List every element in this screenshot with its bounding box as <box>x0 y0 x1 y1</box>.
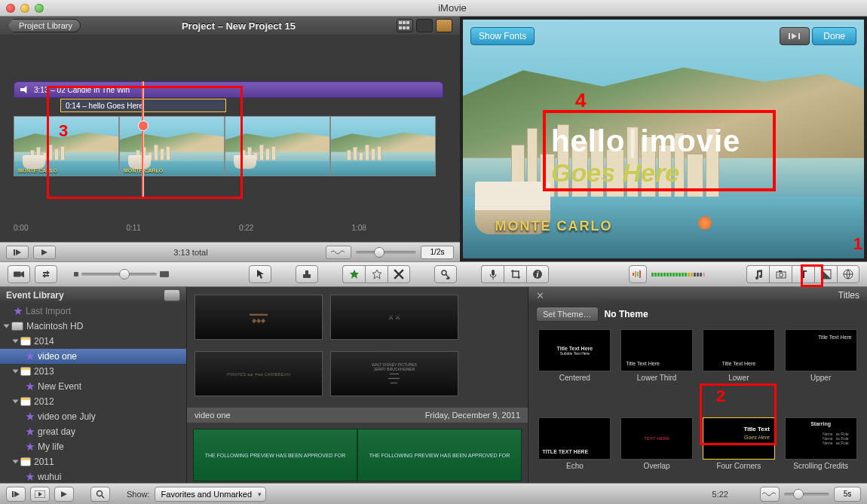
video-clip[interactable] <box>225 116 330 176</box>
voiceover-button[interactable] <box>481 265 504 283</box>
disclosure-triangle-icon[interactable] <box>13 400 19 404</box>
theme-name-label: No Theme <box>605 309 648 319</box>
annotation-label-3: 3 <box>59 121 68 141</box>
calendar-icon <box>20 457 31 466</box>
keyword-button[interactable] <box>434 265 457 283</box>
favorite-button[interactable] <box>342 265 365 283</box>
inspector-button[interactable]: i <box>526 265 549 283</box>
title-thumbnail: Title Text Here <box>785 329 857 371</box>
zoom-window-button[interactable] <box>35 4 44 13</box>
event-tree-item[interactable]: wuhui <box>0 469 186 484</box>
title-thumbnail: Title TextGoes Here <box>703 417 775 460</box>
project-library-back-button[interactable]: Project Library <box>8 19 81 32</box>
timeline[interactable]: 3:13 – 02 Candle In The Win 0:14 – hello… <box>0 35 460 261</box>
event-tree[interactable]: Last ImportMacintosh HD2014video one2013… <box>0 304 186 504</box>
harddrive-icon <box>11 322 23 331</box>
event-tree-item[interactable]: 2011 <box>0 454 186 469</box>
show-filter-select[interactable]: Favorites and Unmarked <box>155 487 266 502</box>
event-clip[interactable]: PIRATES ᴏғ ᴛʜᴇ CARIBBEAN <box>195 351 323 396</box>
view-mode-button-3[interactable] <box>436 19 452 32</box>
thumbnail-zoom-slider[interactable] <box>356 251 416 254</box>
video-clip[interactable]: MONTE CARLO <box>119 116 225 176</box>
crop-button[interactable] <box>504 265 526 283</box>
swap-panels-button[interactable] <box>35 265 57 283</box>
event-tree-label: 2014 <box>34 336 54 347</box>
play-button[interactable] <box>33 246 56 259</box>
play-from-start-button[interactable] <box>6 246 29 259</box>
event-tree-item[interactable]: 2014 <box>0 334 186 349</box>
close-panel-button[interactable]: ✕ <box>536 290 544 301</box>
svg-rect-3 <box>789 33 790 39</box>
event-clip[interactable]: ▬▬▬◆◆◆ <box>195 295 323 340</box>
event-zoom-slider[interactable] <box>784 493 829 496</box>
calendar-icon <box>20 397 31 406</box>
disclosure-triangle-icon[interactable] <box>13 340 19 344</box>
svg-rect-6 <box>14 272 21 277</box>
event-tree-item[interactable]: 2013 <box>0 364 186 379</box>
arrow-tool-button[interactable] <box>249 265 271 283</box>
title-item-label: Lower <box>728 374 749 382</box>
reject-button[interactable] <box>388 265 410 283</box>
title-style-item[interactable]: Title Text HereLower Third <box>618 329 696 413</box>
music-browser-button[interactable] <box>746 265 769 283</box>
svg-marker-4 <box>792 33 797 39</box>
transitions-browser-button[interactable] <box>814 265 837 283</box>
maps-browser-button[interactable] <box>837 265 859 283</box>
thumbnail-size-slider[interactable] <box>74 271 169 277</box>
event-tree-item[interactable]: Last Import <box>0 304 186 319</box>
project-header: Project Library Project – New Project 15 <box>0 17 460 35</box>
preview-viewport[interactable]: Show Fonts Done hello|imovie Goes Here M… <box>463 20 864 258</box>
search-button[interactable] <box>90 487 110 502</box>
minimize-window-button[interactable] <box>20 4 29 13</box>
camera-import-button[interactable] <box>8 265 30 283</box>
disclosure-triangle-icon[interactable] <box>13 460 19 464</box>
video-clip[interactable] <box>330 116 436 176</box>
title-style-item[interactable]: Title Text HereLower <box>700 329 778 413</box>
disclosure-triangle-icon[interactable] <box>13 370 19 374</box>
title-item-label: Upper <box>810 374 831 382</box>
event-clip[interactable]: ⚔ ⚔ <box>330 295 458 340</box>
playhead[interactable] <box>142 81 143 198</box>
event-tree-item[interactable]: 2012 <box>0 394 186 409</box>
event-tree-item[interactable]: video one July <box>0 409 186 424</box>
event-tree-item[interactable]: great day <box>0 424 186 439</box>
event-tree-item[interactable]: My life <box>0 439 186 454</box>
set-theme-button[interactable]: Set Theme… <box>536 307 599 322</box>
play-selection-button[interactable] <box>54 487 74 502</box>
titles-browser-button[interactable]: T <box>792 265 814 283</box>
show-fonts-button[interactable]: Show Fonts <box>470 27 535 45</box>
event-tree-item[interactable]: Macintosh HD <box>0 319 186 334</box>
title-style-item[interactable]: Title Text HereSubtitle Text HereCentere… <box>536 329 614 413</box>
waveform-toggle-button[interactable] <box>326 246 351 259</box>
event-star-icon <box>26 427 35 436</box>
event-tree-item[interactable]: video one <box>0 349 186 364</box>
view-mode-button-2[interactable] <box>416 19 433 32</box>
disk-icon[interactable] <box>164 289 180 301</box>
event-tree-item[interactable]: New Event <box>0 379 186 394</box>
svg-rect-16 <box>633 273 634 276</box>
title-item-label: Lower Third <box>637 374 677 382</box>
preview-play-button[interactable] <box>780 27 810 45</box>
play-fullscreen-button[interactable] <box>30 487 50 502</box>
event-tree-label: 2012 <box>34 396 54 407</box>
waveform-toggle-2[interactable] <box>760 487 780 502</box>
clip-strip: MONTE CARLO MONTE CARLO <box>14 116 436 182</box>
event-star-icon <box>26 442 35 451</box>
audio-track[interactable]: 3:13 – 02 Candle In The Win <box>14 81 443 98</box>
photo-browser-button[interactable] <box>769 265 792 283</box>
event-star-icon <box>26 382 35 391</box>
project-playback-bar: 3:13 total 1/2s <box>0 242 460 261</box>
event-clip[interactable]: WALT DISNEY PICTURESJERRY BRUCKHEIMER━━━… <box>330 351 458 396</box>
title-style-item[interactable]: Title Text HereUpper <box>782 329 859 413</box>
event-star-icon <box>26 352 35 361</box>
audio-levels-button[interactable] <box>629 265 647 283</box>
play-fullscreen-start-button[interactable] <box>6 487 26 502</box>
close-window-button[interactable] <box>6 4 15 13</box>
event-filmstrip[interactable]: THE FOLLOWING PREVIEW HAS BEEN APPROVED … <box>193 429 522 481</box>
view-mode-grid-button[interactable] <box>397 19 413 32</box>
disclosure-triangle-icon[interactable] <box>4 325 10 328</box>
unmark-button[interactable] <box>365 265 388 283</box>
edit-tool-button[interactable] <box>296 265 318 283</box>
done-button[interactable]: Done <box>812 27 856 45</box>
event-browser: ▬▬▬◆◆◆ ⚔ ⚔ PIRATES ᴏғ ᴛʜᴇ CARIBBEAN WALT… <box>187 287 528 504</box>
